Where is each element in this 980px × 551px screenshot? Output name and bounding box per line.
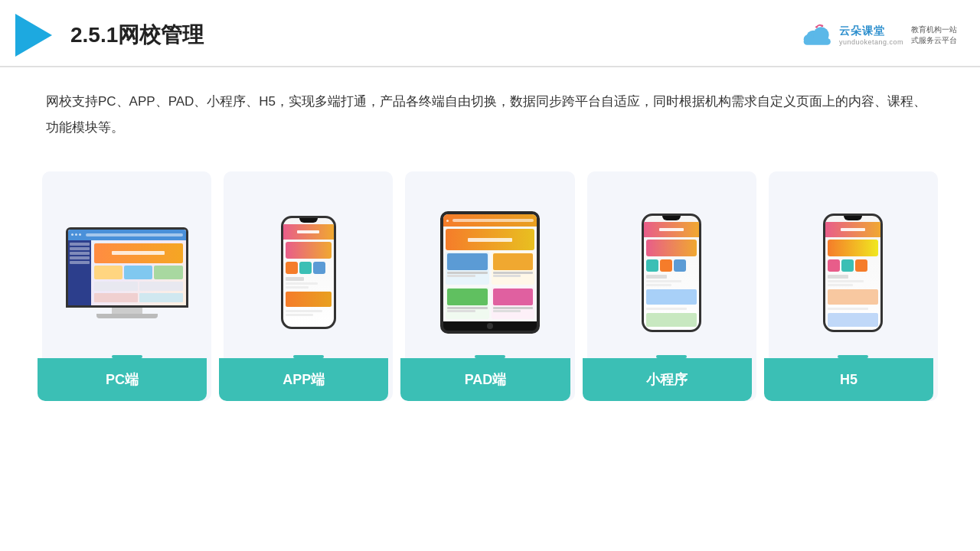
- app-image-area: [233, 187, 384, 358]
- brand-name: 云朵课堂: [839, 24, 885, 38]
- card-h5-topbar-decoration: [838, 355, 868, 358]
- mini-image-area: [596, 187, 747, 358]
- pad-image-area: [414, 187, 565, 358]
- header-left: 2.5.1网校管理: [15, 14, 204, 57]
- brand-url: yunduoketang.com: [839, 38, 903, 46]
- phone-mockup-h5: [823, 214, 883, 332]
- cards-container: PC端: [0, 148, 980, 401]
- card-mini-topbar-decoration: [656, 355, 687, 358]
- brand-text-block: 云朵课堂 yunduoketang.com: [839, 24, 903, 46]
- card-h5: H5: [769, 171, 938, 401]
- header-right: 云朵课堂 yunduoketang.com 教育机构一站 式服务云平台: [801, 22, 957, 48]
- page-title: 2.5.1网校管理: [70, 21, 204, 50]
- card-pc: PC端: [42, 171, 211, 401]
- card-pad: PAD端: [405, 171, 574, 401]
- card-h5-label-text: H5: [840, 372, 858, 388]
- card-pad-topbar-decoration: [475, 355, 505, 358]
- card-pad-label: PAD端: [400, 358, 570, 401]
- pc-mockup: [66, 227, 188, 318]
- brand-logo: 云朵课堂 yunduoketang.com 教育机构一站 式服务云平台: [801, 22, 957, 48]
- card-app-topbar-decoration: [293, 355, 324, 358]
- card-pc-label: PC端: [38, 358, 207, 401]
- card-app-label: APP端: [219, 358, 388, 401]
- cloud-icon: [801, 22, 835, 48]
- monitor: [66, 227, 188, 308]
- phone-mockup-mini: [642, 214, 701, 332]
- card-pad-label-text: PAD端: [465, 370, 507, 389]
- card-h5-label: H5: [764, 358, 933, 401]
- header: 2.5.1网校管理 云朵课堂 yunduoketang.com 教育机构一站 式…: [0, 0, 980, 67]
- logo-triangle-icon: [15, 14, 52, 57]
- phone-mockup-app: [281, 216, 336, 329]
- pc-image-area: [51, 187, 202, 358]
- h5-image-area: [778, 187, 929, 358]
- svg-point-4: [815, 26, 818, 28]
- brand-slogan: 教育机构一站 式服务云平台: [911, 24, 957, 46]
- card-app: APP端: [224, 171, 393, 401]
- card-mini-label: 小程序: [583, 358, 752, 401]
- card-pc-label-text: PC端: [106, 370, 139, 389]
- card-mini: 小程序: [587, 171, 756, 401]
- description-text: 网校支持PC、APP、PAD、小程序、H5，实现多端打通，产品各终端自由切换，数…: [0, 67, 980, 141]
- card-pc-topbar-decoration: [112, 355, 142, 358]
- svg-point-5: [821, 24, 823, 27]
- svg-rect-3: [804, 38, 831, 45]
- card-app-label-text: APP端: [283, 370, 325, 389]
- tablet-mockup: [440, 211, 540, 334]
- card-mini-label-text: 小程序: [646, 370, 688, 389]
